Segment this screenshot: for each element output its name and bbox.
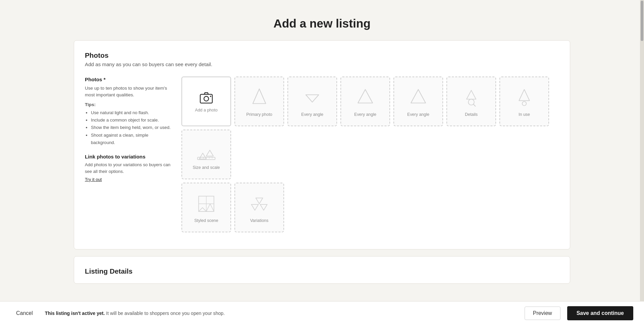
svg-marker-10 [519, 90, 530, 101]
bottom-notice: This listing isn't active yet. It will b… [45, 311, 518, 316]
svg-marker-27 [256, 198, 263, 204]
listing-details-title: Listing Details [85, 267, 559, 275]
in-use-label: In use [519, 112, 530, 117]
in-use-slot[interactable]: In use [499, 77, 549, 126]
styled-scene-label: Styled scene [194, 218, 218, 223]
photos-section: Photos Add as many as you can so buyers … [74, 40, 570, 249]
every-angle-label-2: Every angle [354, 112, 376, 117]
details-label: Details [465, 112, 478, 117]
svg-point-2 [210, 96, 211, 97]
svg-marker-3 [253, 89, 266, 104]
tips-label: Tips: [85, 102, 172, 107]
size-scale-label: Size and scale [193, 165, 220, 170]
svg-marker-24 [206, 204, 214, 212]
variations-slot[interactable]: Variations [234, 183, 284, 232]
angle-icon-2 [354, 86, 377, 109]
scrollbar[interactable] [640, 0, 644, 325]
primary-photo-icon [248, 86, 271, 109]
photos-grid: Add a photo Primary photo [181, 77, 559, 236]
bottom-bar: Cancel This listing isn't active yet. It… [0, 301, 644, 325]
notice-text: It will be available to shoppers once yo… [105, 311, 225, 316]
details-slot[interactable]: Details [446, 77, 496, 126]
add-photo-button[interactable]: Add a photo [181, 77, 231, 126]
photos-sidebar: Photos * Use up to ten photos to show yo… [85, 77, 172, 236]
svg-marker-25 [251, 204, 258, 211]
every-angle-slot-1[interactable]: Every angle [287, 77, 337, 126]
photos-section-subtitle: Add as many as you can so buyers can see… [85, 61, 559, 67]
cancel-button[interactable]: Cancel [11, 308, 38, 319]
svg-marker-4 [306, 95, 319, 102]
photos-row-2: Styled scene Variations [181, 183, 559, 232]
size-scale-icon [195, 139, 218, 162]
svg-marker-5 [358, 90, 373, 103]
svg-marker-26 [260, 204, 267, 211]
tip-item: Shoot against a clean, simple background… [91, 132, 172, 147]
photos-layout: Photos * Use up to ten photos to show yo… [85, 77, 559, 236]
tip-item: Show the item being held, worn, or used. [91, 124, 172, 131]
variations-icon [248, 192, 271, 216]
primary-photo-label: Primary photo [246, 112, 272, 117]
svg-marker-7 [467, 90, 476, 99]
page-header: Add a new listing [0, 0, 644, 40]
variations-label: Variations [250, 218, 269, 223]
styled-scene-icon [195, 192, 218, 216]
every-angle-slot-3[interactable]: Every angle [393, 77, 443, 126]
try-it-out-link[interactable]: Try it out [85, 177, 102, 182]
tip-item: Include a common object for scale. [91, 117, 172, 124]
camera-icon [199, 90, 214, 105]
save-continue-button[interactable]: Save and continue [567, 306, 633, 320]
primary-photo-slot[interactable]: Primary photo [234, 77, 284, 126]
svg-marker-6 [411, 90, 426, 103]
svg-marker-13 [206, 150, 213, 156]
photos-description: Use up to ten photos to show your item's… [85, 85, 172, 99]
photos-label: Photos * [85, 77, 172, 82]
every-angle-label-3: Every angle [407, 112, 429, 117]
link-variations-title: Link photos to variations [85, 154, 172, 159]
add-photo-label: Add a photo [195, 108, 217, 112]
svg-point-1 [204, 96, 209, 101]
every-angle-slot-2[interactable]: Every angle [340, 77, 390, 126]
scrollbar-thumb[interactable] [641, 1, 643, 41]
svg-marker-23 [199, 207, 206, 211]
svg-point-11 [522, 101, 526, 105]
styled-scene-slot[interactable]: Styled scene [181, 183, 231, 232]
photos-section-title: Photos [85, 51, 559, 59]
main-content: Photos Add as many as you can so buyers … [67, 40, 577, 284]
tips-list: Use natural light and no flash. Include … [85, 109, 172, 147]
angle-icon-1 [301, 86, 324, 109]
size-scale-slot[interactable]: Size and scale [181, 130, 231, 179]
link-variations-desc: Add photos to your variations so buyers … [85, 161, 172, 175]
svg-rect-0 [200, 94, 212, 103]
notice-bold: This listing isn't active yet. [45, 311, 105, 316]
details-icon [460, 86, 483, 109]
in-use-icon [513, 86, 536, 109]
page-title: Add a new listing [0, 17, 644, 30]
angle-icon-3 [407, 86, 430, 109]
photos-row-1: Add a photo Primary photo [181, 77, 559, 179]
svg-line-9 [473, 104, 475, 106]
tip-item: Use natural light and no flash. [91, 109, 172, 117]
preview-button[interactable]: Preview [525, 307, 560, 320]
listing-details-section: Listing Details [74, 256, 570, 284]
every-angle-label-1: Every angle [301, 112, 323, 117]
